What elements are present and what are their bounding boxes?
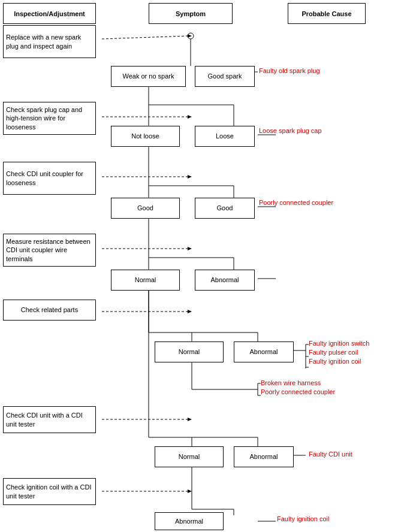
header-symptom: Symptom	[149, 3, 233, 24]
box-good-spark: Good spark	[195, 66, 255, 87]
cause-poorly-connected-coupler2: Poorly connected coupler	[261, 388, 335, 395]
cause-poorly-connected-coupler1: Poorly connected coupler	[259, 199, 333, 206]
cause-faulty-ignition-coil2: Faulty ignition coil	[277, 515, 329, 522]
svg-marker-22	[188, 247, 192, 250]
svg-line-4	[102, 36, 188, 39]
normal2-label: Normal	[179, 347, 200, 356]
check-cap-label: Check spark plug cap and high-tension wi…	[6, 105, 93, 131]
cause-loose-spark-plug-cap: Loose spark plug cap	[259, 127, 322, 134]
svg-marker-48	[188, 418, 192, 421]
cause-faulty-cdi-unit: Faulty CDI unit	[309, 451, 352, 458]
box-abnormal3: Abnormal	[234, 446, 294, 467]
loose-label: Loose	[216, 132, 234, 140]
check-related-label: Check related parts	[21, 306, 78, 314]
header-probable-cause: Probable Cause	[288, 3, 366, 24]
not-loose-label: Not loose	[131, 132, 159, 140]
good1-label: Good	[137, 204, 153, 212]
cause-broken-wire-harness: Broken wire harness	[261, 379, 321, 386]
cause-faulty-ignition-coil1: Faulty ignition coil	[309, 358, 361, 365]
box-check-ignition-coil: Check ignition coil with a CDI unit test…	[3, 478, 96, 505]
box-measure-resistance: Measure resistance between CDI unit coup…	[3, 234, 96, 267]
svg-marker-7	[188, 115, 192, 119]
good2-label: Good	[217, 204, 233, 212]
svg-marker-57	[188, 489, 192, 493]
abnormal4-label: Abnormal	[175, 517, 203, 525]
box-normal2: Normal	[155, 341, 224, 362]
box-abnormal1: Abnormal	[195, 270, 255, 291]
header-inspection-label: Inspection/Adjustment	[14, 10, 85, 17]
abnormal3-label: Abnormal	[249, 452, 278, 461]
header-inspection: Inspection/Adjustment	[3, 3, 96, 24]
box-weak-no-spark: Weak or no spark	[111, 66, 186, 87]
box-check-cap: Check spark plug cap and high-tension wi…	[3, 102, 96, 135]
svg-marker-30	[188, 310, 192, 313]
good-spark-label: Good spark	[208, 72, 242, 80]
diagram-container: Inspection/Adjustment Symptom Probable C…	[0, 0, 395, 532]
box-abnormal4: Abnormal	[155, 512, 224, 530]
weak-no-spark-label: Weak or no spark	[122, 72, 174, 80]
check-cdi-tester-label: Check CDI unit with a CDI unit tester	[6, 411, 93, 428]
box-good1: Good	[111, 198, 180, 219]
abnormal2-label: Abnormal	[249, 347, 278, 356]
check-cdi-coupler-label: Check CDI unit coupler for looseness	[6, 170, 93, 187]
header-probable-cause-label: Probable Cause	[301, 10, 351, 17]
cause-faulty-pulser-coil: Faulty pulser coil	[309, 349, 358, 356]
check-ignition-coil-label: Check ignition coil with a CDI unit test…	[6, 483, 93, 500]
box-normal1: Normal	[111, 270, 180, 291]
cause-faulty-old-spark-plug: Faulty old spark plug	[259, 67, 320, 74]
box-normal3: Normal	[155, 446, 224, 467]
svg-marker-14	[188, 175, 192, 179]
cause-faulty-ignition-switch: Faulty ignition switch	[309, 340, 370, 347]
box-check-related: Check related parts	[3, 300, 96, 321]
measure-resistance-label: Measure resistance between CDI unit coup…	[6, 237, 93, 263]
abnormal1-label: Abnormal	[210, 276, 239, 284]
box-replace-spark-plug: Replace with a new spark plug and inspec…	[3, 25, 96, 58]
box-good2: Good	[195, 198, 255, 219]
box-not-loose: Not loose	[111, 126, 180, 147]
svg-point-0	[188, 33, 194, 39]
normal1-label: Normal	[135, 276, 156, 284]
header-symptom-label: Symptom	[176, 10, 206, 17]
normal3-label: Normal	[179, 452, 200, 461]
box-check-cdi-tester: Check CDI unit with a CDI unit tester	[3, 406, 96, 433]
box-loose: Loose	[195, 126, 255, 147]
replace-spark-plug-label: Replace with a new spark plug and inspec…	[6, 33, 93, 50]
box-abnormal2: Abnormal	[234, 341, 294, 362]
svg-marker-5	[188, 34, 192, 38]
box-check-cdi-coupler: Check CDI unit coupler for looseness	[3, 162, 96, 195]
